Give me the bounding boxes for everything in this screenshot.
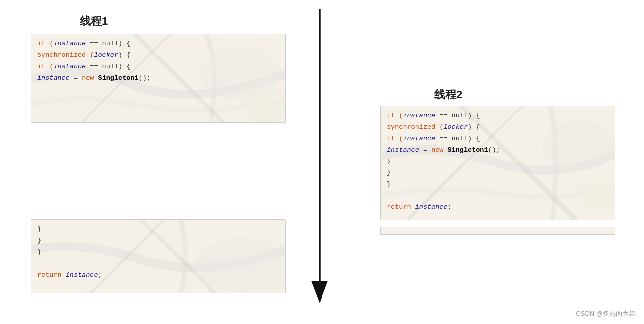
watermark: CSDN @炙热的大叔 (576, 309, 635, 318)
code-block-2-content: if (instance == null) { synchronized (lo… (381, 106, 615, 217)
svg-marker-7 (311, 281, 328, 303)
code-block-2-return (380, 227, 615, 235)
arrow-down (307, 9, 332, 313)
code-block-1-bottom: } } } return instance; (31, 219, 286, 293)
page-container: 线程1 if (instance == null) { synchronized… (0, 0, 644, 324)
thread2-title: 线程2 (434, 87, 462, 102)
code-block-2: if (instance == null) { synchronized (lo… (380, 106, 615, 220)
thread1-title: 线程1 (80, 14, 108, 29)
code-block-1-top: if (instance == null) { synchronized (lo… (31, 34, 286, 123)
code-block-1-bottom-content: } } } return instance; (31, 220, 285, 285)
code-block-1-top-content: if (instance == null) { synchronized (lo… (31, 34, 285, 88)
